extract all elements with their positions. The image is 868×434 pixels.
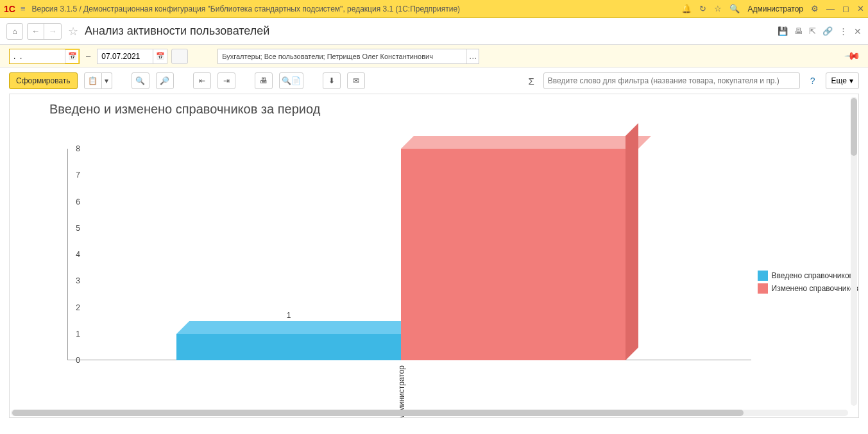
app-bar: 1С ≡ Версия 3.1.5 / Демонстрационная кон… <box>0 0 868 18</box>
appbar-right: 🔔 ↻ ☆ 🔍 Администратор ⚙ — ◻ ✕ <box>681 4 864 13</box>
more-label: Еще <box>831 76 847 85</box>
settings-group: 📋 ▾ <box>84 72 112 89</box>
date-dash: – <box>83 51 93 61</box>
bar-label: 1 <box>287 311 291 320</box>
home-button[interactable]: ⌂ <box>6 23 23 40</box>
y-tick: 4 <box>67 250 80 259</box>
export-icon[interactable]: ⇱ <box>809 26 816 36</box>
app-title: Версия 3.1.5 / Демонстрационная конфигур… <box>32 4 682 13</box>
users-picker-icon[interactable]: … <box>466 49 479 63</box>
users-filter-text: Бухгалтеры; Все пользователи; Петрищев О… <box>218 53 466 60</box>
pin-icon[interactable]: 📌 <box>844 47 862 65</box>
legend-item: Введено справочников <box>758 271 859 281</box>
search-icon[interactable]: 🔍 <box>729 4 740 13</box>
generate-button[interactable]: Сформировать <box>9 72 78 89</box>
h-scroll-thumb[interactable] <box>12 410 744 416</box>
nav-back-forward: ← → <box>27 23 62 40</box>
toolbar: Сформировать 📋 ▾ 🔍 🔎 ⇤ ⇥ 🖶 🔍📄 ⬇ ✉ Σ ? Ещ… <box>0 68 868 94</box>
email-button[interactable]: ✉ <box>347 72 365 89</box>
minimize-icon[interactable]: — <box>826 4 835 13</box>
y-tick: 3 <box>67 276 80 285</box>
star-icon[interactable]: ☆ <box>714 4 722 13</box>
paste-settings-button[interactable]: 📋 <box>84 72 102 89</box>
back-button[interactable]: ← <box>28 24 44 39</box>
y-tick: 0 <box>67 356 80 365</box>
page-header-right: 💾 🖶 ⇱ 🔗 ⋮ ✕ <box>778 26 862 37</box>
settings-icon[interactable]: ⚙ <box>811 4 819 13</box>
period-picker-button[interactable] <box>171 49 188 64</box>
chart-title: Введено и изменено справочников за перио… <box>10 94 858 117</box>
y-tick: 2 <box>67 303 80 312</box>
page-title: Анализ активности пользователей <box>85 24 774 38</box>
app-logo: 1С <box>4 4 15 14</box>
bar-1 <box>401 149 625 360</box>
legend-item: Изменено справочников <box>758 283 859 294</box>
save-icon[interactable]: 💾 <box>778 26 788 36</box>
date-from-input[interactable] <box>10 49 65 63</box>
help-icon[interactable]: ? <box>810 76 815 86</box>
collapse-button[interactable]: ⇤ <box>193 72 211 89</box>
find-button[interactable]: 🔍 <box>132 72 149 89</box>
find-next-button[interactable]: 🔎 <box>156 72 174 89</box>
v-scroll-thumb[interactable] <box>851 98 857 156</box>
more-icon[interactable]: ⋮ <box>839 26 847 36</box>
close-window-icon[interactable]: ✕ <box>857 4 864 13</box>
calendar-to-icon[interactable]: 📅 <box>153 49 167 63</box>
chart-body: 0123456781Администратор Введено справочн… <box>10 117 858 417</box>
settings-dropdown-button[interactable]: ▾ <box>102 72 112 89</box>
legend-label: Введено справочников <box>772 271 853 280</box>
horizontal-scrollbar[interactable] <box>11 410 848 416</box>
print-button[interactable]: 🖶 <box>255 72 273 89</box>
bell-icon[interactable]: 🔔 <box>681 4 692 13</box>
forward-button[interactable]: → <box>44 24 61 39</box>
expand-button[interactable]: ⇥ <box>217 72 235 89</box>
calendar-from-icon[interactable]: 📅 <box>65 49 79 63</box>
preview-button[interactable]: 🔍📄 <box>279 72 303 89</box>
chart-legend: Введено справочниковИзменено справочнико… <box>758 271 859 296</box>
page-header: ⌂ ← → ☆ Анализ активности пользователей … <box>0 18 868 45</box>
bar-0 <box>176 334 401 360</box>
y-tick: 8 <box>67 144 80 153</box>
maximize-icon[interactable]: ◻ <box>842 4 849 13</box>
menu-icon[interactable]: ≡ <box>21 4 26 13</box>
y-tick: 5 <box>67 224 80 233</box>
user-label[interactable]: Администратор <box>747 4 803 13</box>
text-filter-input[interactable] <box>543 72 800 89</box>
legend-label: Изменено справочников <box>772 284 859 293</box>
filter-bar: 📅 – 📅 Бухгалтеры; Все пользователи; Петр… <box>0 45 868 68</box>
y-tick: 6 <box>67 197 80 206</box>
date-to-input[interactable] <box>98 49 153 63</box>
y-tick: 1 <box>67 330 80 338</box>
legend-swatch <box>758 283 768 294</box>
close-page-icon[interactable]: ✕ <box>854 26 862 37</box>
date-to-field[interactable]: 📅 <box>97 49 167 64</box>
link-icon[interactable]: 🔗 <box>822 26 833 36</box>
users-filter-field[interactable]: Бухгалтеры; Все пользователи; Петрищев О… <box>217 49 479 64</box>
chart-container: Введено и изменено справочников за перио… <box>10 94 858 417</box>
more-button[interactable]: Еще ▾ <box>826 72 859 89</box>
history-icon[interactable]: ↻ <box>699 4 706 13</box>
sigma-icon[interactable]: Σ <box>529 76 534 87</box>
favorite-icon[interactable]: ☆ <box>68 24 78 38</box>
chevron-down-icon: ▾ <box>849 76 853 85</box>
save-file-button[interactable]: ⬇ <box>323 72 341 89</box>
vertical-scrollbar[interactable] <box>851 97 857 406</box>
chart-plot: 0123456781Администратор <box>67 149 751 360</box>
print-icon[interactable]: 🖶 <box>794 26 803 36</box>
report-area: Введено и изменено справочников за перио… <box>9 94 859 418</box>
date-from-field[interactable]: 📅 <box>9 49 80 64</box>
legend-swatch <box>758 271 768 281</box>
y-tick: 7 <box>67 171 80 179</box>
